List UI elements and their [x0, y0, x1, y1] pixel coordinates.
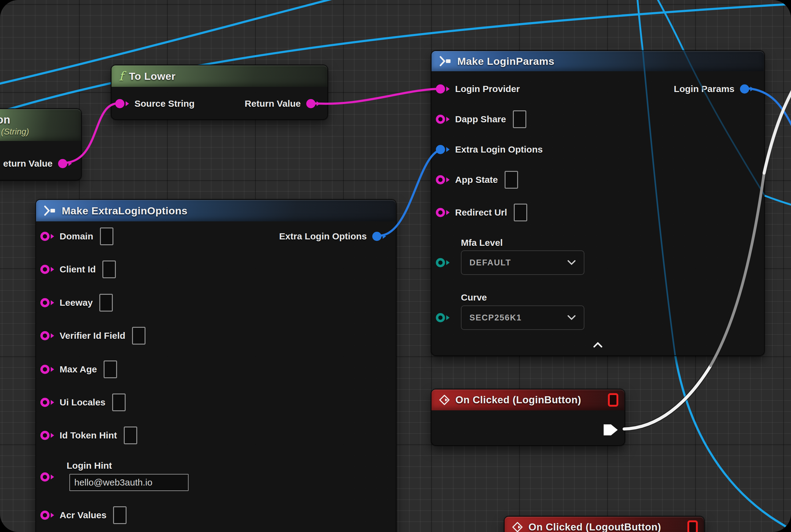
- value-box-ui-locales[interactable]: [112, 394, 126, 411]
- pin-row-client-id: Client Id: [40, 261, 116, 278]
- node-title: Make ExtraLoginOptions: [62, 205, 188, 217]
- node-truncated-function[interactable]: tion ox (String) eturn Value: [0, 109, 82, 180]
- chevron-up-icon: [593, 342, 602, 348]
- login-hint-input[interactable]: [70, 474, 189, 491]
- pin-label: Extra Login Options: [279, 231, 367, 242]
- pin-label: Dapp Share: [455, 114, 506, 125]
- pin-label: Redirect Url: [455, 207, 507, 218]
- pin-wedge-icon: [51, 367, 54, 372]
- pin-label: Domain: [60, 231, 93, 242]
- node-to-lower-header[interactable]: f To Lower: [112, 65, 327, 87]
- pin-row-id-token-hint: Id Token Hint: [40, 426, 137, 444]
- input-pin-curve[interactable]: [436, 313, 445, 322]
- pin-row-login-params-out: Login Params: [674, 84, 754, 94]
- exec-output-pin[interactable]: [604, 424, 618, 435]
- value-box-client-id[interactable]: [102, 261, 116, 278]
- node-make-login-params-header[interactable]: Make LoginParams: [431, 51, 764, 71]
- output-pin-extra-login-options[interactable]: [372, 232, 382, 241]
- input-pin-dapp-share[interactable]: [436, 115, 445, 124]
- value-box-redirect-url[interactable]: [514, 204, 527, 221]
- pin-row-redirect-url: Redirect Url: [436, 204, 527, 221]
- pin-wedge-icon: [51, 513, 54, 518]
- pin-label: Leeway: [60, 298, 93, 308]
- pin-wedge-icon: [51, 475, 54, 479]
- chevron-down-icon: [567, 315, 576, 320]
- node-title: Make LoginParams: [457, 55, 555, 67]
- input-pin-domain[interactable]: [40, 232, 50, 241]
- node-make-extra-login-options-header[interactable]: Make ExtraLoginOptions: [36, 200, 396, 221]
- pin-wedge-icon: [51, 400, 54, 405]
- input-pin-login-hint[interactable]: [40, 472, 50, 481]
- node-on-clicked-login-button[interactable]: On Clicked (LoginButton): [431, 389, 625, 446]
- value-box-dapp-share[interactable]: [513, 110, 526, 128]
- pin-wedge-icon: [51, 234, 54, 239]
- pin-label: Extra Login Options: [455, 144, 543, 155]
- pin-row-domain: Domain: [40, 227, 113, 245]
- mfa-level-dropdown[interactable]: DEFAULT: [461, 250, 584, 275]
- pin-label: Ui Locales: [60, 397, 105, 407]
- input-pin-redirect-url[interactable]: [436, 208, 445, 217]
- input-pin-client-id[interactable]: [40, 265, 50, 274]
- node-on-clicked-logout-button[interactable]: On Clicked (LogoutButton): [504, 516, 705, 532]
- input-pin-mfa-level[interactable]: [436, 258, 445, 267]
- value-box-max-age[interactable]: [103, 360, 117, 378]
- pin-wedge-icon: [383, 234, 386, 239]
- value-box-acr-values[interactable]: [113, 506, 127, 524]
- input-pin-ui-locales[interactable]: [40, 398, 50, 407]
- pin-wedge-icon: [126, 101, 129, 106]
- make-struct-icon: [439, 56, 452, 66]
- node-title: On Clicked (LoginButton): [456, 394, 581, 406]
- curve-value: SECP256K1: [469, 313, 522, 323]
- wire-cyan-4-top: [655, 0, 684, 51]
- input-pin-app-state[interactable]: [436, 175, 445, 184]
- value-box-id-token-hint[interactable]: [124, 426, 137, 444]
- curve-dropdown[interactable]: SECP256K1: [461, 305, 584, 330]
- pin-wedge-icon: [51, 267, 54, 272]
- value-box-leeway[interactable]: [99, 294, 113, 311]
- pin-wedge-icon: [446, 210, 449, 215]
- event-diamond-icon: [439, 394, 450, 405]
- wire-string-tolower-to-loginprovider: [310, 89, 444, 103]
- pin-wedge-icon: [51, 433, 54, 438]
- node-on-clicked-logout-header[interactable]: On Clicked (LogoutButton): [505, 517, 704, 532]
- input-pin-extra-login-options[interactable]: [436, 145, 445, 154]
- wire-exec-bright-2: [764, 83, 791, 173]
- input-pin-source-string[interactable]: [115, 99, 124, 108]
- input-pin-verifier-id-field[interactable]: [40, 331, 50, 340]
- make-struct-icon: [43, 205, 56, 216]
- input-pin-leeway[interactable]: [40, 298, 50, 307]
- node-to-lower[interactable]: f To Lower Source String Return Value: [111, 65, 328, 120]
- event-diamond-icon: [512, 521, 523, 532]
- pin-wedge-icon: [69, 161, 72, 166]
- output-pin-return-value[interactable]: [306, 99, 315, 108]
- pin-wedge-icon: [446, 260, 449, 265]
- pin-row-curve: [436, 313, 449, 322]
- pin-row-login-hint: [40, 472, 54, 481]
- pin-label: App State: [455, 175, 498, 185]
- pin-row-verifier-id-field: Verifier Id Field: [40, 327, 146, 345]
- value-box-domain[interactable]: [100, 227, 113, 245]
- value-box-app-state[interactable]: [505, 171, 518, 189]
- node-on-clicked-login-header[interactable]: On Clicked (LoginButton): [431, 390, 624, 410]
- input-pin-acr-values[interactable]: [40, 511, 50, 520]
- node-subtitle: ox (String): [0, 127, 29, 137]
- pin-wedge-icon: [446, 315, 449, 320]
- pin-wedge-icon: [750, 87, 754, 91]
- node-make-extra-login-options[interactable]: Make ExtraLoginOptions Domain Extra Logi…: [36, 200, 397, 532]
- input-pin-max-age[interactable]: [40, 365, 50, 374]
- pin-label: Client Id: [60, 264, 96, 274]
- pin-label: Id Token Hint: [60, 430, 117, 441]
- node-title: On Clicked (LogoutButton): [528, 521, 661, 532]
- node-truncated-function-header[interactable]: tion ox (String): [0, 109, 81, 141]
- input-pin-login-provider[interactable]: [436, 84, 445, 94]
- value-box-verifier-id-field[interactable]: [132, 327, 146, 345]
- input-pin-id-token-hint[interactable]: [40, 431, 50, 440]
- collapse-node-button[interactable]: [593, 342, 602, 349]
- function-icon: f: [119, 69, 123, 83]
- pin-row-acr-values: Acr Values: [40, 506, 127, 524]
- output-pin-login-params[interactable]: [740, 84, 749, 94]
- output-pin-string[interactable]: [58, 159, 67, 168]
- node-make-login-params[interactable]: Make LoginParams Login Provider Login Pa…: [431, 51, 765, 356]
- blueprint-graph-canvas[interactable]: tion ox (String) eturn Value f To Lower …: [0, 0, 791, 532]
- pin-wedge-icon: [446, 117, 449, 122]
